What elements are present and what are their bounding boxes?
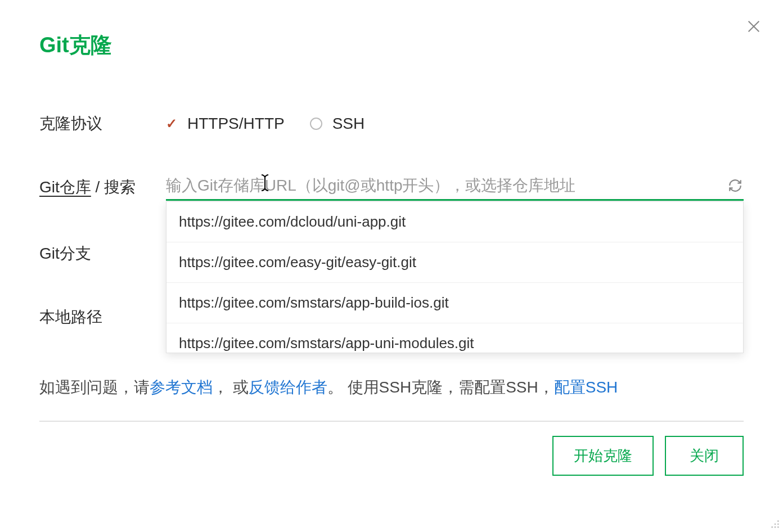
dialog-title: Git克隆 — [39, 31, 744, 60]
svg-point-5 — [771, 526, 773, 528]
protocol-row: 克隆协议 ✓ HTTPS/HTTP SSH — [39, 113, 744, 134]
protocol-radio-ssh[interactable]: SSH — [310, 115, 365, 133]
svg-point-7 — [777, 526, 779, 528]
git-clone-dialog: Git克隆 克隆协议 ✓ HTTPS/HTTP SSH Git仓库 / 搜索 — [0, 0, 783, 532]
close-footer-button[interactable]: 关闭 — [665, 436, 744, 476]
close-button[interactable] — [744, 17, 763, 36]
repo-input-container — [166, 177, 744, 201]
protocol-label: 克隆协议 — [39, 113, 166, 134]
check-icon: ✓ — [166, 116, 177, 132]
repo-input-wrapper: https://gitee.com/dcloud/uni-app.git htt… — [166, 177, 744, 201]
svg-point-4 — [777, 524, 779, 525]
resize-handle-icon[interactable] — [771, 520, 780, 529]
svg-point-2 — [777, 520, 779, 522]
svg-point-6 — [775, 526, 776, 528]
dropdown-item[interactable]: https://gitee.com/smstars/app-uni-module… — [166, 323, 743, 353]
refresh-icon — [728, 178, 742, 193]
protocol-ssh-label: SSH — [332, 115, 365, 133]
dropdown-item[interactable]: https://gitee.com/smstars/app-build-ios.… — [166, 283, 743, 323]
protocol-radio-group: ✓ HTTPS/HTTP SSH — [166, 115, 364, 133]
repo-label-rest: / 搜索 — [91, 178, 136, 196]
protocol-radio-https[interactable]: ✓ HTTPS/HTTP — [166, 115, 285, 133]
local-path-label: 本地路径 — [39, 306, 166, 328]
dropdown-item[interactable]: https://gitee.com/easy-git/easy-git.git — [166, 242, 743, 283]
radio-circle-icon — [310, 118, 322, 130]
repo-label: Git仓库 / 搜索 — [39, 177, 166, 198]
repo-url-input[interactable] — [166, 177, 718, 195]
help-text: 如遇到问题，请参考文档， 或反馈给作者。 使用SSH克隆，需配置SSH，配置SS… — [39, 376, 744, 399]
svg-point-3 — [775, 524, 776, 525]
repo-dropdown[interactable]: https://gitee.com/dcloud/uni-app.git htt… — [166, 201, 744, 353]
branch-label: Git分支 — [39, 243, 166, 264]
start-clone-button[interactable]: 开始克隆 — [552, 436, 654, 476]
help-config-ssh-link[interactable]: 配置SSH — [554, 378, 618, 396]
help-feedback-link[interactable]: 反馈给作者 — [249, 378, 327, 396]
help-mid2: 。 使用SSH克隆，需配置SSH， — [327, 378, 554, 396]
dropdown-item[interactable]: https://gitee.com/dcloud/uni-app.git — [166, 202, 743, 242]
refresh-button[interactable] — [727, 177, 744, 194]
repo-row: Git仓库 / 搜索 https://gitee.com/ — [39, 177, 744, 201]
close-icon — [746, 19, 762, 34]
help-ref-doc-link[interactable]: 参考文档 — [150, 378, 213, 396]
repo-label-underlined: Git仓库 — [39, 178, 91, 196]
dialog-footer: 开始克隆 关闭 — [39, 421, 744, 476]
protocol-https-label: HTTPS/HTTP — [187, 115, 285, 133]
help-mid1: ， 或 — [213, 378, 249, 396]
help-prefix: 如遇到问题，请 — [39, 378, 150, 396]
